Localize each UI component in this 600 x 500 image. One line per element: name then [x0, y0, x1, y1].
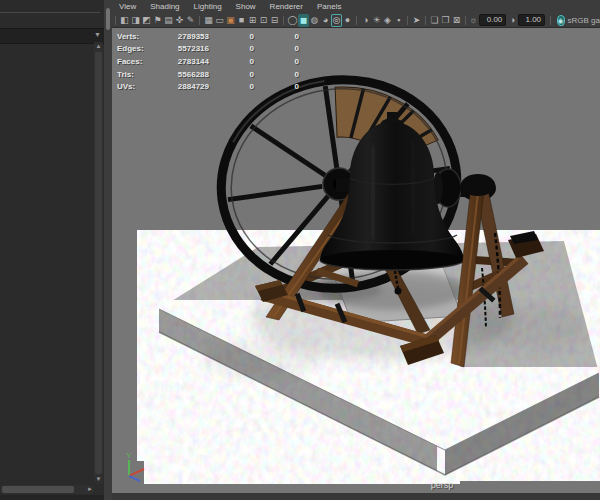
vertical-scrollbar[interactable]: ▲ ▼ [94, 42, 103, 484]
toolbar-icons: ◧◨◩⚑▤✜✎▦▭▣■⊞⊡⊟◯◼◍◕◎●◑☀◈▪➤❏❐⊠ [112, 14, 469, 27]
hud-value: 0 [254, 82, 299, 91]
scene-canvas[interactable] [112, 28, 600, 493]
menu-panels[interactable]: Panels [310, 2, 348, 11]
color-space-label[interactable]: sRGB ga [568, 16, 600, 25]
panel-menu-bar: ViewShadingLightingShowRendererPanels [112, 0, 600, 13]
hud-value: 0 [209, 32, 254, 41]
isolate-select-icon[interactable]: ➤ [411, 14, 422, 27]
film-gate-icon[interactable]: ▭ [214, 14, 225, 27]
pan-zoom-icon[interactable]: ✜ [174, 14, 185, 27]
menu-show[interactable]: Show [229, 2, 263, 11]
hud-value: 0 [254, 44, 299, 53]
hud-value: 0 [254, 32, 299, 41]
image-plane-icon[interactable]: ▤ [163, 14, 174, 27]
hud-label: Edges: [117, 44, 159, 53]
bottom-strip [112, 493, 600, 500]
xray-icon[interactable]: ❏ [429, 14, 440, 27]
horizontal-scroll-thumb[interactable] [2, 486, 74, 493]
resolution-gate-icon[interactable]: ▣ [225, 14, 236, 27]
gamma-icon[interactable]: ◑ [508, 14, 516, 27]
hud-row: Verts:278935300 [117, 30, 299, 43]
axis-y-label: Y [126, 451, 132, 460]
hud-row: Tris:556628800 [117, 68, 299, 81]
grid-icon[interactable]: ▦ [203, 14, 214, 27]
hud-value: 2884729 [159, 82, 209, 91]
xray-joints-icon[interactable]: ❐ [440, 14, 451, 27]
hud-value: 0 [254, 70, 299, 79]
viewport-pane: ViewShadingLightingShowRendererPanels ◧◨… [112, 0, 600, 500]
select-camera-icon[interactable]: ◧ [119, 14, 130, 27]
pane-divider[interactable] [104, 0, 112, 500]
chevron-down-icon[interactable]: ▼ [94, 31, 101, 38]
safe-action-icon[interactable]: ⊡ [258, 14, 269, 27]
all-lights-icon[interactable]: ◑ [360, 14, 371, 27]
hud-value: 2783144 [159, 57, 209, 66]
toolbar-separator [356, 16, 357, 25]
camera-name-label: persp [402, 480, 482, 490]
grease-pencil-icon[interactable]: ✎ [185, 14, 196, 27]
hud-value: 0 [209, 70, 254, 79]
hud-value: 0 [209, 44, 254, 53]
safe-title-icon[interactable]: ⊟ [269, 14, 280, 27]
3d-viewport[interactable]: Verts:278935300Edges:557231600Faces:2783… [112, 28, 600, 493]
hud-value: 5566288 [159, 70, 209, 79]
exposure-field[interactable]: 0.00 [479, 14, 506, 26]
poly-count-hud: Verts:278935300Edges:557231600Faces:2783… [117, 30, 299, 93]
hud-row: UVs:288472900 [117, 80, 299, 93]
scroll-up-icon[interactable]: ▲ [94, 42, 103, 51]
toolbar-separator [115, 16, 116, 25]
default-material-icon[interactable]: ● [342, 14, 353, 27]
outliner-panel[interactable]: ▼ ▲ ▼ ► [0, 0, 104, 500]
viewport-toolbar: ◧◨◩⚑▤✜✎▦▭▣■⊞⊡⊟◯◼◍◕◎●◑☀◈▪➤❏❐⊠ ☼ 0.00 ◑ 1.… [112, 13, 600, 28]
scroll-right-icon[interactable]: ► [87, 485, 93, 494]
wireframe-on-shaded-icon[interactable]: ◎ [331, 14, 342, 27]
wireframe-mode-icon[interactable]: ◯ [287, 14, 298, 27]
hud-label: Faces: [117, 57, 159, 66]
toolbar-separator [407, 16, 408, 25]
hud-value: 2789353 [159, 32, 209, 41]
exposure-icon[interactable]: ☼ [469, 14, 477, 27]
pane-divider-handle[interactable] [106, 8, 110, 30]
scroll-down-icon[interactable]: ▼ [94, 475, 103, 484]
horizontal-scrollbar[interactable]: ► [1, 485, 94, 494]
maya-window: ▼ ▲ ▼ ► ViewShadingLightingShowRendererP… [0, 0, 600, 500]
lock-camera-icon[interactable]: ◨ [130, 14, 141, 27]
panel-bottom-strip [0, 495, 104, 500]
menu-shading[interactable]: Shading [143, 2, 186, 11]
menu-view[interactable]: View [112, 2, 143, 11]
toolbar-separator [283, 16, 284, 25]
hud-value: 5572316 [159, 44, 209, 53]
hud-value: 0 [209, 57, 254, 66]
shadows-icon[interactable]: ◈ [382, 14, 393, 27]
hud-label: Verts: [117, 32, 159, 41]
field-chart-icon[interactable]: ⊞ [247, 14, 258, 27]
ambient-occlusion-icon[interactable]: ▪ [393, 14, 404, 27]
toolbar-separator [465, 16, 466, 25]
camera-attributes-icon[interactable]: ◩ [141, 14, 152, 27]
hud-row: Faces:278314400 [117, 55, 299, 68]
gate-mask-icon[interactable]: ■ [236, 14, 247, 27]
hud-row: Edges:557231600 [117, 43, 299, 56]
shaded-mode-icon[interactable]: ◼ [298, 14, 309, 27]
hud-value: 0 [209, 82, 254, 91]
menu-renderer[interactable]: Renderer [263, 2, 310, 11]
gamma-field[interactable]: 1.00 [518, 14, 545, 26]
x-axis [129, 469, 144, 476]
bookmark-icon[interactable]: ⚑ [152, 14, 163, 27]
hud-label: UVs: [117, 82, 159, 91]
z-axis [129, 476, 140, 481]
shaded-textured-icon[interactable]: ◍ [309, 14, 320, 27]
textured-mode-icon[interactable]: ◕ [320, 14, 331, 27]
vertical-scroll-thumb[interactable] [95, 52, 102, 474]
color-management-icon[interactable]: ◉ [557, 15, 565, 26]
toolbar-separator [199, 16, 200, 25]
clapper [395, 288, 402, 295]
hud-label: Tris: [117, 70, 159, 79]
menu-lighting[interactable]: Lighting [187, 2, 229, 11]
toolbar-separator [425, 16, 426, 25]
toolbar-separator [550, 16, 551, 25]
anti-alias-icon[interactable]: ⊠ [451, 14, 462, 27]
panel-header-row[interactable]: ▼ [0, 28, 104, 44]
panel-separator-line [0, 12, 100, 13]
default-lighting-icon[interactable]: ☀ [371, 14, 382, 27]
